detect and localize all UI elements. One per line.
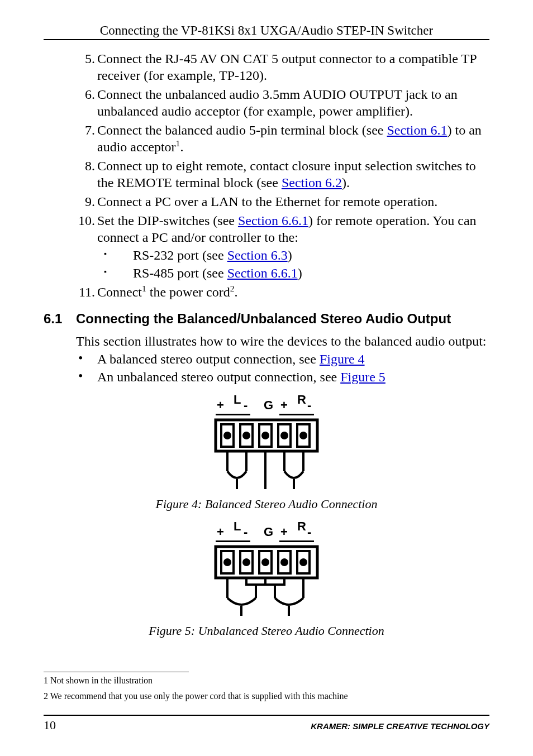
footnote-ref: 2 — [230, 284, 235, 293]
step-text: Connect the balanced audio 5-pin termina… — [97, 123, 387, 137]
footer-rule — [44, 715, 489, 716]
running-head: Connecting the VP-81KSi 8x1 UXGA/Audio S… — [44, 23, 489, 38]
step-number: 9. — [76, 193, 95, 210]
figure-4-caption: Figure 4: Balanced Stereo Audio Connecti… — [44, 496, 489, 512]
section-bullets: A balanced stereo output connection, see… — [76, 351, 489, 385]
sub-bullet-rs485: RS-485 port (see Section 6.6.1) — [104, 265, 489, 281]
connector-diagram-icon — [213, 417, 320, 489]
figure-5: + L - G + R - — [44, 520, 489, 639]
connector-labels: + L - G + R - — [213, 393, 320, 415]
svg-point-19 — [282, 559, 287, 565]
svg-point-4 — [244, 433, 249, 438]
footnote-2: 2 We recommend that you use only the pow… — [44, 691, 489, 701]
label-G: G — [264, 398, 273, 413]
rule-top — [44, 39, 489, 40]
step-number: 7. — [76, 122, 95, 138]
svg-point-10 — [301, 433, 306, 438]
step-5: 5. Connect the RJ-45 AV ON CAT 5 output … — [76, 50, 489, 84]
svg-point-6 — [263, 433, 268, 438]
label-underline — [279, 540, 314, 542]
label-plus: + — [280, 398, 288, 413]
label-plus: + — [280, 524, 288, 540]
bullet-text: RS-232 port (see — [133, 248, 227, 262]
step-6: 6. Connect the unbalanced audio 3.5mm AU… — [76, 86, 489, 119]
step-text: Set the DIP-switches (see — [97, 213, 238, 228]
step-text: . — [235, 285, 238, 299]
connector-diagram-icon — [213, 543, 320, 616]
label-underline — [216, 414, 250, 415]
label-R: R — [297, 392, 306, 408]
sub-bullet-rs232: RS-232 port (see Section 6.3) — [104, 247, 489, 264]
svg-point-2 — [225, 433, 230, 438]
link-figure-4[interactable]: Figure 4 — [320, 352, 365, 366]
label-minus: - — [307, 524, 311, 540]
brand-tagline: KRAMER: SIMPLE CREATIVE TECHNOLOGY — [311, 721, 489, 731]
step-text: Connect the unbalanced audio 3.5mm AUDIO… — [97, 87, 458, 118]
label-minus: - — [244, 398, 248, 413]
link-section-6-3[interactable]: Section 6.3 — [227, 248, 288, 262]
bullet-text: ) — [298, 266, 302, 280]
link-section-6-6-1[interactable]: Section 6.6.1 — [238, 213, 308, 228]
label-plus: + — [217, 398, 224, 413]
label-underline — [279, 414, 314, 415]
step-text: ). — [342, 175, 350, 190]
label-minus: - — [244, 524, 248, 540]
bullet-text: ) — [288, 248, 292, 262]
step-11: 11. Connect1 the power cord2. — [76, 284, 489, 300]
footnotes: 1 Not shown in the illustration 2 We rec… — [44, 672, 489, 707]
link-section-6-2[interactable]: Section 6.2 — [282, 175, 342, 190]
step-number: 8. — [76, 157, 95, 174]
step-10: 10. Set the DIP-switches (see Section 6.… — [76, 212, 489, 281]
step-9: 9. Connect a PC over a LAN to the Ethern… — [76, 193, 489, 210]
step-text: Connect a PC over a LAN to the Ethernet … — [97, 194, 437, 209]
step-number: 6. — [76, 86, 95, 103]
step-8: 8. Connect up to eight remote, contact c… — [76, 157, 489, 191]
label-plus: + — [217, 524, 224, 540]
figure-4: + L - G + R - — [44, 393, 489, 512]
svg-point-15 — [244, 559, 249, 565]
step-text: Connect the RJ-45 AV ON CAT 5 output con… — [97, 51, 477, 83]
label-underline — [216, 540, 250, 542]
link-section-6-1[interactable]: Section 6.1 — [387, 123, 447, 137]
label-L: L — [234, 519, 241, 534]
page-number: 10 — [44, 718, 56, 733]
page-footer: 10 KRAMER: SIMPLE CREATIVE TECHNOLOGY — [44, 715, 489, 733]
bullet-balanced: A balanced stereo output connection, see… — [76, 351, 489, 367]
label-R: R — [297, 519, 306, 534]
figure-5-caption: Figure 5: Unbalanced Stereo Audio Connec… — [44, 623, 489, 639]
step-number: 11. — [76, 284, 95, 300]
numbered-steps: 5. Connect the RJ-45 AV ON CAT 5 output … — [44, 50, 489, 300]
step-7: 7. Connect the balanced audio 5-pin term… — [76, 122, 489, 155]
bullet-text: A balanced stereo output connection, see — [97, 352, 320, 366]
svg-point-8 — [282, 433, 287, 438]
section-heading: 6.1 Connecting the Balanced/Unbalanced S… — [44, 310, 489, 327]
step-text: the power cord — [146, 285, 230, 299]
svg-point-21 — [301, 559, 306, 565]
step-text: . — [180, 140, 183, 154]
sub-bullets: RS-232 port (see Section 6.3) RS-485 por… — [104, 247, 489, 281]
label-G: G — [264, 524, 273, 540]
label-L: L — [234, 392, 241, 408]
link-section-6-6-1[interactable]: Section 6.6.1 — [227, 266, 298, 280]
footnote-1: 1 Not shown in the illustration — [44, 676, 489, 686]
section-number: 6.1 — [44, 310, 76, 327]
svg-point-17 — [263, 559, 268, 565]
step-text: Connect — [97, 285, 142, 299]
svg-point-13 — [225, 559, 230, 565]
label-minus: - — [307, 398, 311, 413]
footnote-rule — [44, 672, 189, 672]
bullet-text: RS-485 port (see — [133, 266, 227, 280]
step-number: 10. — [76, 212, 95, 229]
section-intro: This section illustrates how to wire the… — [76, 333, 489, 350]
step-number: 5. — [76, 50, 95, 67]
section-title: Connecting the Balanced/Unbalanced Stere… — [76, 310, 451, 327]
bullet-unbalanced: An unbalanced stereo output connection, … — [76, 369, 489, 385]
link-figure-5[interactable]: Figure 5 — [340, 370, 386, 384]
footnote-ref: 1 — [142, 284, 146, 293]
connector-labels: + L - G + R - — [213, 520, 320, 542]
bullet-text: An unbalanced stereo output connection, … — [97, 370, 340, 384]
